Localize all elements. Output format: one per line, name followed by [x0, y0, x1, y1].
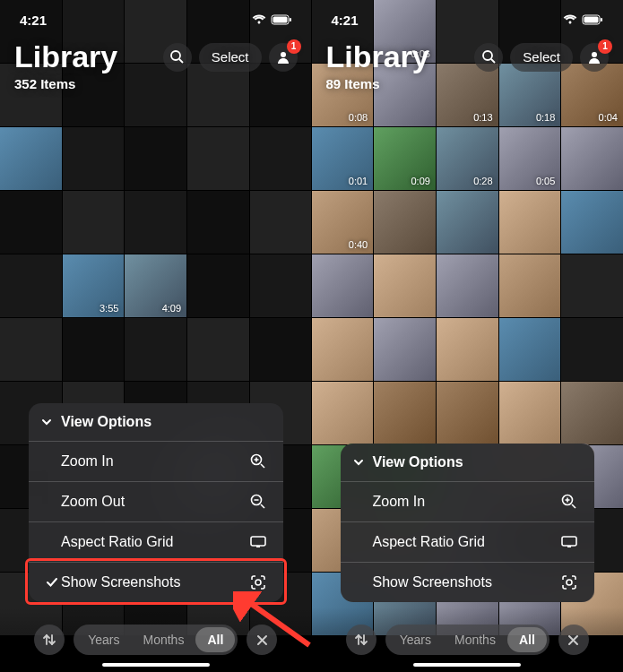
person-icon: [276, 50, 290, 65]
close-icon: [567, 634, 579, 646]
status-time: 4:21: [332, 13, 359, 28]
wifi-icon: [252, 14, 266, 25]
svg-point-32: [567, 580, 572, 585]
segment-years[interactable]: Years: [388, 627, 443, 652]
menu-item-label: Aspect Ratio Grid: [61, 534, 247, 550]
status-time: 4:21: [20, 13, 47, 28]
close-button[interactable]: [558, 625, 589, 655]
status-indicators: [252, 14, 292, 25]
svg-line-24: [491, 59, 495, 63]
page-title: Library: [14, 39, 117, 74]
close-icon: [256, 634, 268, 646]
page-title: Library: [326, 39, 429, 74]
zoom-out-icon: [247, 494, 269, 510]
menu-item-show-screenshots[interactable]: Show Screenshots: [341, 562, 595, 602]
menu-item-label: Zoom Out: [61, 494, 247, 510]
time-segment-control: Years Months All: [385, 625, 549, 655]
sort-icon: [354, 633, 368, 647]
battery-icon: [582, 14, 603, 25]
menu-item-zoom-out[interactable]: Zoom Out: [29, 481, 283, 521]
profile-button[interactable]: 1: [269, 43, 298, 72]
sort-icon: [42, 633, 56, 647]
svg-point-5: [281, 52, 286, 57]
duration-label: 4:09: [162, 303, 181, 314]
menu-item-zoom-in[interactable]: Zoom In: [29, 441, 283, 481]
checkmark-icon: [43, 576, 61, 589]
svg-rect-1: [273, 17, 287, 23]
segment-all[interactable]: All: [507, 627, 547, 652]
search-button[interactable]: [474, 43, 503, 72]
menu-item-label: Show Screenshots: [373, 574, 559, 590]
select-button[interactable]: Select: [199, 43, 262, 72]
home-indicator[interactable]: [102, 663, 210, 667]
status-indicators: [563, 14, 603, 25]
svg-point-15: [255, 580, 261, 585]
menu-item-label: Zoom In: [373, 494, 559, 510]
phone-left: 3:554:09 4:21 Library Select 1: [0, 0, 312, 672]
menu-item-aspect-ratio[interactable]: Aspect Ratio Grid: [341, 521, 595, 562]
item-count: 352 Items: [14, 76, 298, 91]
svg-rect-2: [290, 18, 291, 22]
select-button[interactable]: Select: [510, 43, 573, 72]
status-bar: 4:21: [312, 0, 624, 39]
segment-months[interactable]: Months: [131, 627, 195, 652]
menu-item-zoom-in[interactable]: Zoom In: [341, 481, 595, 521]
svg-rect-30: [562, 537, 576, 546]
view-options-menu: View Options Zoom In Aspect Ratio Grid S…: [341, 444, 595, 602]
svg-rect-21: [584, 17, 599, 23]
sort-button[interactable]: [34, 625, 65, 655]
menu-item-label: Show Screenshots: [61, 574, 247, 590]
notification-badge: 1: [287, 39, 301, 54]
phone-right: 0:06 0:080:130:180:04 0:010:090:280:05 0…: [312, 0, 624, 672]
menu-item-aspect-ratio[interactable]: Aspect Ratio Grid: [29, 521, 283, 562]
header: Library Select 1 352 Items: [0, 39, 312, 91]
svg-point-25: [592, 52, 597, 57]
duration-label: 3:55: [100, 303, 118, 314]
segment-years[interactable]: Years: [76, 627, 131, 652]
status-bar: 4:21: [0, 0, 312, 39]
notification-badge: 1: [598, 39, 612, 54]
search-button[interactable]: [163, 43, 192, 72]
segment-months[interactable]: Months: [443, 627, 507, 652]
segment-all[interactable]: All: [195, 627, 235, 652]
header: Library Select 1 89 Items: [312, 39, 624, 91]
svg-rect-13: [251, 537, 265, 546]
svg-point-23: [483, 51, 492, 60]
time-segment-control: Years Months All: [74, 625, 238, 655]
view-options-menu: View Options Zoom In Zoom Out Aspect Rat…: [29, 403, 283, 602]
svg-line-7: [261, 464, 264, 468]
profile-button[interactable]: 1: [580, 43, 609, 72]
svg-rect-22: [601, 18, 602, 22]
home-indicator[interactable]: [413, 663, 521, 667]
chevron-down-icon: [39, 416, 54, 428]
sort-button[interactable]: [346, 625, 376, 655]
chevron-down-icon: [351, 456, 366, 469]
menu-item-label: Aspect Ratio Grid: [373, 534, 559, 550]
aspect-ratio-icon: [558, 535, 580, 549]
search-icon: [482, 50, 496, 64]
zoom-in-icon: [558, 494, 580, 510]
svg-point-3: [171, 51, 180, 60]
close-button[interactable]: [247, 625, 277, 655]
item-count: 89 Items: [326, 76, 610, 91]
search-icon: [170, 50, 184, 64]
svg-line-11: [261, 504, 264, 508]
wifi-icon: [563, 14, 577, 25]
battery-icon: [271, 14, 292, 25]
aspect-ratio-icon: [247, 535, 269, 549]
menu-header[interactable]: View Options: [29, 403, 283, 441]
screenshot-icon: [247, 574, 269, 590]
screenshot-icon: [558, 574, 580, 590]
svg-line-27: [572, 504, 575, 508]
menu-item-show-screenshots[interactable]: Show Screenshots: [29, 562, 283, 602]
menu-item-label: Zoom In: [61, 453, 247, 470]
svg-line-4: [179, 59, 183, 63]
menu-header[interactable]: View Options: [341, 444, 595, 481]
zoom-in-icon: [247, 453, 269, 470]
